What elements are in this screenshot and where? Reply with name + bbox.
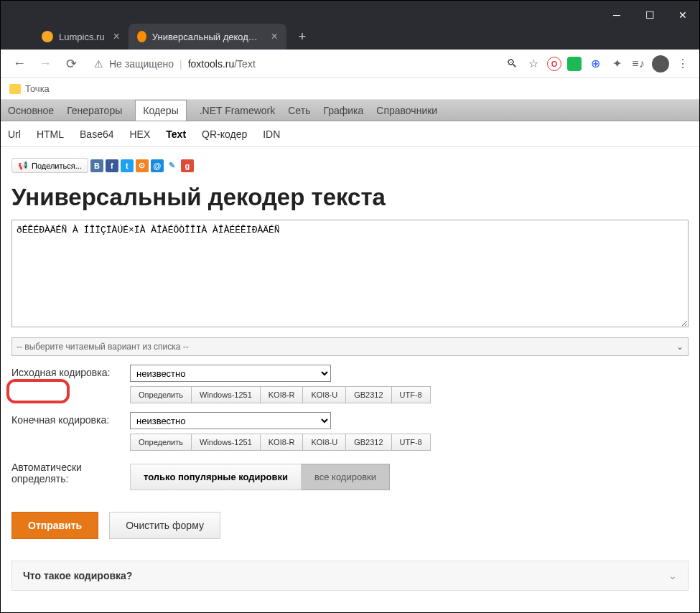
back-button[interactable]: ←: [9, 54, 29, 74]
subnav-item-active[interactable]: Text: [166, 128, 186, 140]
facebook-icon[interactable]: f: [106, 159, 118, 172]
chevron-down-icon: ⌄: [668, 570, 677, 581]
share-row: 📢Поделиться... B f t ⊙ @ ✎ g: [11, 158, 689, 173]
toggle-popular[interactable]: только популярные кодировки: [130, 464, 302, 490]
globe-icon[interactable]: ⊕: [587, 56, 603, 72]
close-icon[interactable]: ×: [271, 30, 278, 43]
close-window-button[interactable]: ✕: [666, 1, 699, 29]
accordion-header[interactable]: Что такое кодировка? ⌄: [11, 561, 689, 591]
tab-title: Lumpics.ru: [59, 32, 105, 42]
new-tab-button[interactable]: +: [292, 27, 312, 47]
subnav-item[interactable]: HTML: [37, 128, 64, 140]
accordion-title: Что такое кодировка?: [23, 570, 132, 581]
submit-button[interactable]: Отправить: [11, 512, 98, 539]
page-title: Универсальный декодер текста: [11, 184, 689, 211]
subnav-item[interactable]: Base64: [80, 128, 113, 140]
vk-icon[interactable]: B: [90, 159, 103, 172]
security-label: Не защищено: [109, 58, 174, 70]
minimize-button[interactable]: ─: [600, 1, 633, 29]
livejournal-icon[interactable]: ✎: [166, 159, 179, 172]
sub-nav: Url HTML Base64 HEX Text QR-кодер IDN: [1, 121, 699, 147]
variant-dropdown[interactable]: -- выберите читаемый вариант из списка -…: [11, 337, 689, 356]
input-text-area[interactable]: ðÉÊÉÐÀÄÉÑ À ÍÎÏÇÏÀÚÉ×ÏÀ ÀÎÀÉÔÒÎÎÏÀ ÀÎÀÉÉ…: [11, 220, 689, 327]
detect-button[interactable]: Определить: [130, 386, 192, 403]
bookmark-item[interactable]: Точка: [25, 83, 50, 94]
source-encoding-label: Исходная кодировка:: [11, 365, 130, 378]
chevron-down-icon: ⌄: [676, 342, 683, 352]
nav-item[interactable]: Сеть: [288, 105, 310, 116]
warning-icon: ⚠: [94, 58, 103, 70]
favicon-icon: [42, 31, 53, 42]
forward-button[interactable]: →: [35, 54, 55, 74]
encoding-button[interactable]: GB2312: [346, 386, 391, 403]
nav-item[interactable]: Генераторы: [67, 105, 122, 116]
avatar[interactable]: [652, 55, 669, 72]
search-icon[interactable]: 🔍︎: [504, 56, 520, 72]
extension-icon[interactable]: O: [547, 57, 561, 71]
encoding-button[interactable]: UTF-8: [392, 386, 431, 403]
nav-item-active[interactable]: Кодеры: [135, 100, 186, 121]
share-button[interactable]: 📢Поделиться...: [11, 158, 88, 173]
extensions-icon[interactable]: ✦: [609, 56, 625, 72]
url-path: /Text: [234, 58, 256, 70]
extension-icon[interactable]: [567, 57, 582, 71]
nav-item[interactable]: .NET Framework: [200, 105, 276, 116]
star-icon[interactable]: ☆: [526, 56, 541, 72]
dropdown-placeholder: -- выберите читаемый вариант из списка -…: [17, 342, 189, 352]
subnav-item[interactable]: QR-кодер: [202, 128, 247, 140]
nav-item[interactable]: Графика: [323, 105, 363, 116]
encoding-button[interactable]: KOI8-R: [261, 386, 304, 403]
folder-icon: [9, 84, 21, 94]
main-nav: Основное Генераторы Кодеры .NET Framewor…: [1, 100, 699, 121]
encoding-button[interactable]: UTF-8: [392, 434, 431, 451]
tab-title: Универсальный декодер текста: [152, 32, 263, 42]
detect-button[interactable]: Определить: [130, 434, 192, 451]
auto-detect-label: Автоматически определять:: [11, 459, 130, 485]
encoding-button[interactable]: KOI8-U: [303, 434, 346, 451]
encoding-button[interactable]: Windows-1251: [192, 386, 261, 403]
source-encoding-select[interactable]: неизвестно: [130, 365, 331, 382]
subnav-item[interactable]: IDN: [263, 128, 280, 140]
google-icon[interactable]: g: [181, 159, 194, 172]
encoding-button[interactable]: KOI8-R: [261, 434, 304, 451]
encoding-button[interactable]: KOI8-U: [303, 386, 346, 403]
clear-button[interactable]: Очистить форму: [109, 512, 220, 539]
subnav-item[interactable]: Url: [8, 128, 21, 140]
nav-item[interactable]: Справочники: [376, 105, 437, 116]
odnoklassniki-icon[interactable]: ⊙: [136, 159, 149, 172]
encoding-button[interactable]: Windows-1251: [192, 434, 261, 451]
menu-icon[interactable]: ⋮: [675, 56, 691, 72]
browser-titlebar: Lumpics.ru × Универсальный декодер текст…: [1, 1, 699, 50]
maximize-button[interactable]: ☐: [633, 1, 666, 29]
nav-item[interactable]: Основное: [8, 105, 54, 116]
favicon-icon: [137, 31, 146, 42]
close-icon[interactable]: ×: [113, 30, 120, 43]
mailru-icon[interactable]: @: [151, 159, 164, 172]
target-encoding-label: Конечная кодировка:: [11, 412, 130, 426]
subnav-item[interactable]: HEX: [130, 128, 151, 140]
address-bar: ← → ⟳ ⚠ Не защищено | foxtools.ru/Text 🔍…: [1, 50, 699, 78]
browser-tab-inactive[interactable]: Lumpics.ru ×: [33, 24, 129, 50]
playlist-icon[interactable]: ≡♪: [630, 56, 646, 72]
toggle-all[interactable]: все кодировки: [302, 464, 390, 490]
url-host: foxtools.ru: [188, 58, 235, 70]
url-field[interactable]: ⚠ Не защищено | foxtools.ru/Text: [87, 58, 498, 70]
page-content: Основное Генераторы Кодеры .NET Framewor…: [1, 100, 699, 612]
browser-tab-active[interactable]: Универсальный декодер текста ×: [129, 24, 286, 50]
highlight-annotation: [6, 379, 70, 403]
target-encoding-select[interactable]: неизвестно: [130, 412, 331, 429]
reload-button[interactable]: ⟳: [61, 54, 81, 74]
twitter-icon[interactable]: t: [121, 159, 134, 172]
bookmarks-bar: Точка: [1, 78, 699, 100]
encoding-button[interactable]: GB2312: [346, 434, 391, 451]
